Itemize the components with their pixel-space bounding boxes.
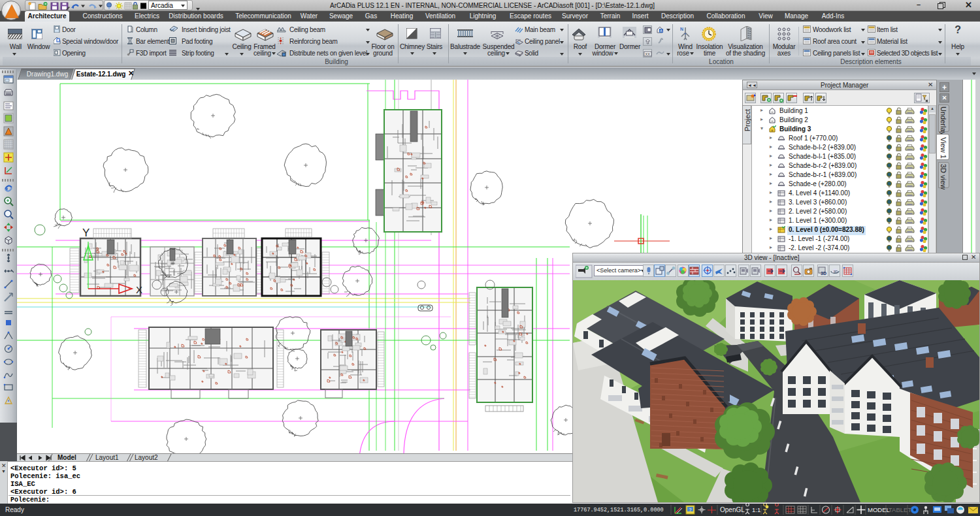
svg-text:1:1: 1:1 <box>752 506 760 513</box>
svg-text:OpenGL: OpenGL <box>720 506 745 513</box>
svg-text:MODEL: MODEL <box>868 506 890 513</box>
svg-text:N: N <box>680 27 683 31</box>
svg-text:?: ? <box>689 508 692 512</box>
svg-text:Y: Y <box>82 227 90 239</box>
svg-text:XX: XX <box>645 52 651 56</box>
svg-text:3D: 3D <box>834 270 838 274</box>
svg-text:3D: 3D <box>821 271 826 276</box>
svg-text:TABLET: TABLET <box>889 506 911 513</box>
svg-text:X: X <box>136 284 142 295</box>
